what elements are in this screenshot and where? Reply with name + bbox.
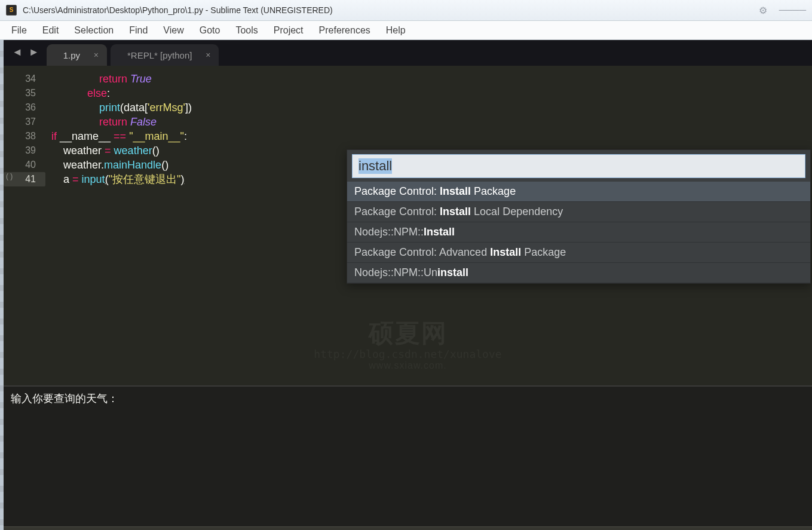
settings-icon[interactable]: ⚙ — [759, 5, 767, 16]
string: "__main__" — [129, 130, 184, 142]
tab-label: 1.py — [63, 50, 80, 60]
palette-item-pre: Package Control: Advanced — [354, 246, 490, 258]
line-number: 37 — [25, 117, 36, 127]
menu-find[interactable]: Find — [122, 23, 154, 38]
menu-preferences[interactable]: Preferences — [312, 23, 377, 38]
repl-output-pane[interactable]: 输入你要查询的天气： — [4, 385, 812, 526]
indent — [51, 87, 87, 99]
punct: : — [184, 130, 187, 142]
keyword: return — [99, 73, 127, 85]
watermark: 硕夏网 http://blog.csdn.net/xunalove www.sx… — [314, 317, 501, 371]
line-number: 34 — [25, 73, 36, 84]
window-titlebar: S C:\Users\Administrator\Desktop\Python_… — [0, 0, 812, 21]
identifier: data — [124, 102, 145, 114]
indent — [51, 116, 99, 128]
watermark-url: http://blog.csdn.net/xunalove — [314, 348, 501, 360]
code-area[interactable]: return True else: print(data['errMsg']) … — [45, 66, 192, 385]
tab-repl-python[interactable]: *REPL* [python] × — [111, 44, 219, 66]
line-number: 38 — [25, 131, 36, 141]
identifier: a — [63, 173, 69, 185]
command-palette-list: Package Control: Install Package Package… — [347, 182, 810, 283]
call: weather — [114, 145, 152, 157]
palette-item-pre: Nodejs::NPM:: — [354, 226, 424, 238]
close-icon[interactable]: × — [206, 50, 210, 60]
palette-item-match: Install — [424, 226, 455, 238]
palette-item[interactable]: Nodejs::NPM::Install — [347, 222, 810, 243]
line-number: 35 — [25, 88, 36, 98]
menu-tools[interactable]: Tools — [229, 23, 264, 38]
string: "按任意键退出" — [109, 173, 181, 185]
palette-item-match: Install — [440, 206, 471, 217]
method: mainHandle — [104, 159, 161, 171]
minimize-button[interactable]: ──── — [779, 5, 806, 16]
palette-item-match: Install — [440, 185, 471, 197]
menu-selection[interactable]: Selection — [68, 23, 120, 38]
palette-item[interactable]: Nodejs::NPM::Uninstall — [347, 263, 810, 283]
palette-item-pre: Nodejs::NPM::Un — [354, 266, 437, 278]
palette-item-pre: Package Control: — [354, 206, 440, 217]
menu-file[interactable]: File — [5, 23, 33, 38]
punct: () — [152, 145, 160, 157]
operator: = — [105, 145, 111, 157]
editor-pane[interactable]: ( ) 34 35 36 37 38 39 40 41 return True … — [4, 66, 812, 385]
indent — [51, 73, 99, 85]
punct: ) — [180, 173, 184, 185]
palette-item[interactable]: Package Control: Install Local Dependenc… — [347, 202, 810, 222]
tab-file-1py[interactable]: 1.py × — [47, 44, 107, 66]
app-icon: S — [6, 5, 17, 16]
indent — [51, 102, 99, 114]
indent — [51, 173, 63, 185]
menu-view[interactable]: View — [157, 23, 190, 38]
close-icon[interactable]: × — [94, 50, 99, 60]
editor-chrome: ◄ ► 1.py × *REPL* [python] × ( ) 34 35 3… — [4, 40, 812, 530]
palette-item-match: install — [437, 266, 468, 278]
repl-prompt-text: 输入你要查询的天气： — [11, 393, 118, 405]
punct: () — [161, 159, 168, 171]
keyword: else — [87, 87, 107, 99]
fold-marker-icon[interactable]: ( ) — [6, 172, 13, 180]
palette-item[interactable]: Package Control: Advanced Install Packag… — [347, 243, 810, 263]
keyword: return — [99, 116, 127, 128]
split-panes: ( ) 34 35 36 37 38 39 40 41 return True … — [4, 66, 812, 530]
identifier: __name__ — [60, 130, 111, 142]
command-palette: Package Control: Install Package Package… — [347, 149, 811, 284]
palette-item-pre: Package Control: — [354, 185, 440, 197]
literal: True — [130, 73, 152, 85]
palette-item-post: Package — [471, 185, 516, 197]
nav-back-icon[interactable]: ◄ — [12, 46, 23, 59]
tab-label: *REPL* [python] — [127, 50, 192, 60]
palette-item-post: Package — [521, 246, 566, 258]
identifier: weather — [63, 159, 101, 171]
operator: = — [72, 173, 79, 185]
menu-bar: File Edit Selection Find View Goto Tools… — [0, 21, 812, 40]
watermark-domain: www.sxiaw.com. — [314, 360, 501, 371]
punct: ) — [188, 102, 192, 114]
menu-edit[interactable]: Edit — [36, 23, 66, 38]
tab-bar: ◄ ► 1.py × *REPL* [python] × — [4, 40, 812, 66]
line-gutter: 34 35 36 37 38 39 40 41 — [4, 66, 45, 385]
tab-nav-arrows: ◄ ► — [6, 42, 47, 63]
menu-project[interactable]: Project — [267, 23, 310, 38]
menu-goto[interactable]: Goto — [193, 23, 227, 38]
status-bar — [4, 526, 812, 530]
identifier: weather — [63, 145, 102, 157]
literal: False — [130, 116, 157, 128]
punct: : — [107, 87, 110, 99]
line-number: 36 — [25, 102, 36, 112]
command-palette-input[interactable] — [352, 154, 805, 178]
palette-item[interactable]: Package Control: Install Package — [347, 182, 810, 202]
operator: == — [114, 130, 126, 142]
menu-help[interactable]: Help — [379, 23, 412, 38]
line-number: 39 — [25, 145, 36, 155]
nav-forward-icon[interactable]: ► — [29, 46, 39, 59]
window-title: C:\Users\Administrator\Desktop\Python_pr… — [23, 5, 333, 15]
palette-item-match: Install — [490, 246, 521, 258]
builtin: input — [82, 173, 105, 185]
indent — [51, 159, 63, 171]
line-number: 40 — [25, 160, 36, 170]
builtin: print — [99, 102, 120, 114]
palette-item-post: Local Dependency — [471, 206, 563, 217]
string: 'errMsg' — [148, 102, 185, 114]
indent — [51, 145, 63, 157]
keyword: if — [51, 130, 57, 142]
